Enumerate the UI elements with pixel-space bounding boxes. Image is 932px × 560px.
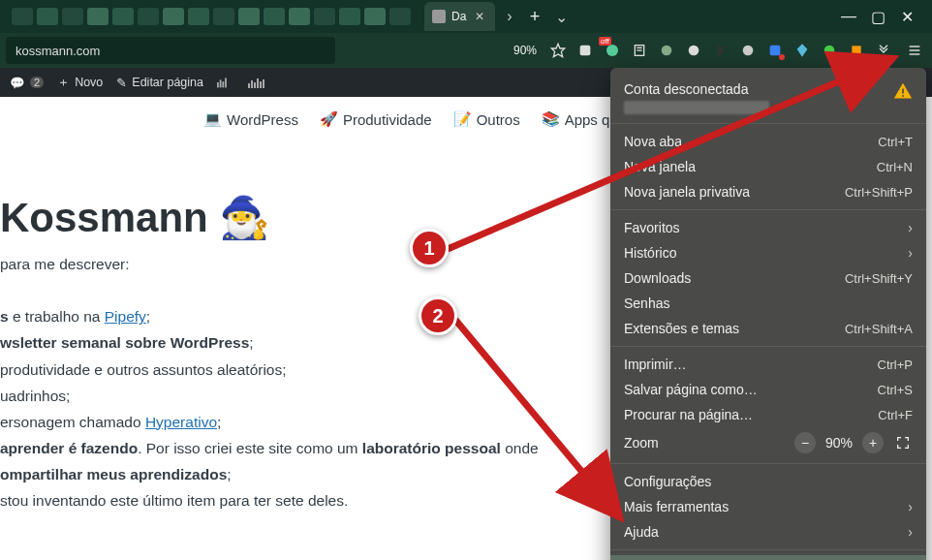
off-badge: off bbox=[599, 37, 611, 46]
tab-ghost[interactable] bbox=[339, 8, 360, 25]
menu-private-window[interactable]: Nova janela privativaCtrl+Shift+P bbox=[610, 179, 926, 204]
svg-rect-9 bbox=[770, 46, 781, 56]
extension-icon[interactable] bbox=[709, 39, 732, 62]
svg-rect-1 bbox=[580, 46, 591, 56]
menu-account-header[interactable]: Conta desconectada bbox=[610, 74, 926, 118]
svg-rect-26 bbox=[902, 95, 904, 97]
wp-edit-page[interactable]: ✎ Editar página bbox=[116, 76, 203, 90]
maximize-button[interactable]: ▢ bbox=[870, 9, 885, 24]
menu-quit[interactable]: SairCtrl+Q bbox=[610, 555, 926, 560]
chevron-right-icon: › bbox=[908, 524, 913, 540]
tab-ghost[interactable] bbox=[314, 8, 335, 25]
chevron-right-icon: › bbox=[908, 220, 913, 235]
wp-stats-icon[interactable] bbox=[248, 77, 281, 88]
tab-ghost[interactable] bbox=[213, 8, 234, 25]
app-menu-button[interactable] bbox=[903, 39, 926, 62]
tab-ghost[interactable] bbox=[12, 8, 33, 25]
bookmark-star-icon[interactable] bbox=[546, 39, 570, 62]
menu-more-tools[interactable]: Mais ferramentas› bbox=[610, 494, 926, 519]
extension-icon[interactable]: off bbox=[601, 39, 624, 62]
nav-wordpress[interactable]: 💻 WordPress bbox=[203, 110, 298, 128]
nav-outros[interactable]: 📝 Outros bbox=[453, 110, 520, 128]
tab-favicon bbox=[432, 10, 446, 23]
extension-icon[interactable] bbox=[818, 39, 841, 62]
extension-icon[interactable] bbox=[763, 39, 787, 62]
window-controls: — ▢ ✕ bbox=[827, 9, 928, 24]
comment-count: 2 bbox=[30, 77, 44, 88]
overflow-icon[interactable] bbox=[872, 39, 895, 62]
menu-print[interactable]: Imprimir…Ctrl+P bbox=[610, 352, 926, 377]
menu-help[interactable]: Ajuda› bbox=[610, 519, 926, 544]
svg-marker-0 bbox=[551, 44, 564, 56]
svg-rect-21 bbox=[254, 82, 256, 88]
tab-scroll-right[interactable]: › bbox=[499, 8, 519, 25]
extension-icon[interactable] bbox=[655, 39, 678, 62]
tab-ghost[interactable] bbox=[62, 8, 83, 25]
tab-ghost[interactable] bbox=[37, 8, 58, 25]
tab-close-button[interactable]: ✕ bbox=[472, 9, 487, 24]
tab-ghost[interactable] bbox=[188, 8, 209, 25]
minimize-button[interactable]: — bbox=[841, 9, 856, 24]
nav-produtividade[interactable]: 🚀 Produtividade bbox=[320, 110, 432, 128]
svg-rect-16 bbox=[220, 79, 222, 87]
tab-ghost[interactable] bbox=[289, 8, 310, 25]
svg-rect-25 bbox=[902, 89, 904, 94]
svg-rect-18 bbox=[225, 78, 227, 88]
menu-passwords[interactable]: Senhas bbox=[610, 291, 926, 316]
wp-comments[interactable]: 💬 2 bbox=[10, 76, 44, 90]
wp-new[interactable]: ＋ Novo bbox=[57, 75, 103, 91]
tab-ghost[interactable] bbox=[87, 8, 109, 25]
menu-history[interactable]: Histórico› bbox=[610, 240, 926, 265]
zoom-in-button[interactable]: + bbox=[862, 432, 884, 453]
menu-downloads[interactable]: DownloadsCtrl+Shift+Y bbox=[610, 265, 926, 291]
menu-bookmarks[interactable]: Favoritos› bbox=[610, 215, 926, 240]
address-bar[interactable]: kossmann.com bbox=[6, 37, 335, 64]
svg-point-8 bbox=[743, 46, 754, 56]
reader-icon[interactable] bbox=[628, 39, 651, 62]
tab-ghost[interactable] bbox=[264, 8, 285, 25]
fullscreen-button[interactable] bbox=[893, 433, 913, 452]
menu-save-as[interactable]: Salvar página como…Ctrl+S bbox=[610, 377, 926, 402]
svg-rect-23 bbox=[260, 81, 262, 88]
extension-icon[interactable] bbox=[574, 39, 597, 62]
tab-ghost[interactable] bbox=[138, 8, 159, 25]
svg-point-7 bbox=[689, 46, 699, 56]
zoom-out-button[interactable]: − bbox=[794, 432, 816, 453]
menu-settings[interactable]: Configurações bbox=[610, 469, 926, 494]
app-menu: Conta desconectada Nova abaCtrl+T Nova j… bbox=[610, 68, 926, 560]
menu-new-window[interactable]: Nova janelaCtrl+N bbox=[610, 154, 926, 179]
all-tabs-button[interactable]: ⌄ bbox=[549, 8, 574, 26]
new-tab-button[interactable]: + bbox=[524, 7, 546, 27]
link-hyperativo[interactable]: Hyperativo bbox=[145, 414, 217, 430]
chevron-right-icon: › bbox=[908, 245, 913, 261]
browser-toolbar: kossmann.com 90% off bbox=[0, 33, 932, 68]
svg-rect-20 bbox=[251, 80, 253, 88]
tab-ghost[interactable] bbox=[112, 8, 134, 25]
extension-icon[interactable] bbox=[845, 39, 868, 62]
active-tab[interactable]: Da ✕ bbox=[424, 2, 495, 31]
close-window-button[interactable]: ✕ bbox=[899, 9, 915, 24]
zoom-value: 90% bbox=[825, 435, 853, 451]
extension-icon[interactable] bbox=[791, 39, 814, 62]
svg-point-10 bbox=[824, 46, 835, 56]
extension-icon[interactable] bbox=[682, 39, 705, 62]
tab-strip: Da ✕ › + ⌄ bbox=[4, 0, 827, 33]
wp-stats-icon[interactable] bbox=[217, 77, 234, 88]
tab-title: Da bbox=[451, 10, 466, 23]
account-status: Conta desconectada bbox=[624, 81, 769, 97]
tab-ghost[interactable] bbox=[364, 8, 386, 25]
extension-icon[interactable] bbox=[736, 39, 760, 62]
tab-ghost[interactable] bbox=[389, 8, 411, 25]
menu-find[interactable]: Procurar na página…Ctrl+F bbox=[610, 402, 926, 427]
tab-ghost[interactable] bbox=[238, 8, 260, 25]
menu-new-tab[interactable]: Nova abaCtrl+T bbox=[610, 129, 926, 154]
menu-extensions[interactable]: Extensões e temasCtrl+Shift+A bbox=[610, 316, 926, 341]
link-pipefy[interactable]: Pipefy bbox=[105, 308, 146, 325]
svg-rect-22 bbox=[257, 78, 259, 88]
zoom-indicator[interactable]: 90% bbox=[513, 44, 537, 57]
svg-rect-19 bbox=[248, 83, 250, 88]
svg-point-2 bbox=[606, 45, 618, 56]
tab-ghost[interactable] bbox=[163, 8, 184, 25]
svg-point-6 bbox=[662, 46, 672, 56]
svg-rect-17 bbox=[222, 81, 224, 87]
